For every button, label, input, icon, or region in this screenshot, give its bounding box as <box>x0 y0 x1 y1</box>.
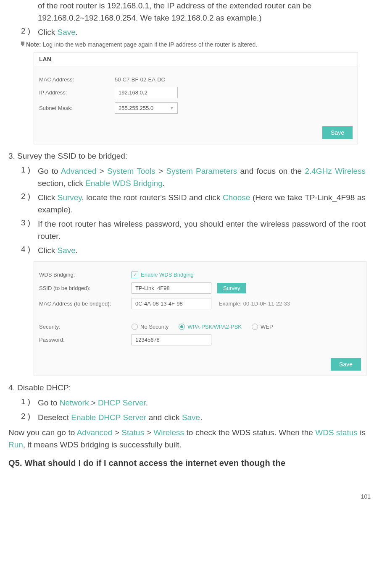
advanced-link: Advanced <box>77 428 113 437</box>
mac-bridged-input[interactable]: 0C-4A-08-13-4F-98 <box>132 298 211 309</box>
sec4-step2: 2 ) Deselect Enable DHCP Server and clic… <box>21 412 366 424</box>
sec3-step2: 2 ) Click Survey, locate the root router… <box>21 192 366 216</box>
text: > <box>112 428 121 437</box>
security-row: Security: No Security WPA-PSK/WPA2-PSK W… <box>39 324 361 330</box>
step-body: Click Save. <box>38 26 366 39</box>
radio-dot-icon <box>180 325 183 328</box>
text: to check the WDS status. When the <box>184 428 315 437</box>
radio-wpa[interactable]: WPA-PSK/WPA2-PSK <box>179 324 242 330</box>
run-link: Run <box>8 440 23 449</box>
radio-label: WPA-PSK/WPA2-PSK <box>187 324 242 330</box>
password-row: Password: 12345678 <box>39 334 361 345</box>
ip-row: IP Address: 192.168.0.2 <box>39 87 353 98</box>
survey-button[interactable]: Survey <box>217 283 246 293</box>
step-number: 2 ) <box>21 412 38 424</box>
panel-title: LAN <box>34 52 358 66</box>
text: Now you can go to <box>8 428 77 437</box>
step-number: 1 ) <box>21 397 38 409</box>
ssid-label: SSID (to be bridged): <box>39 285 132 291</box>
text: , locate the root router's SSID and clic… <box>82 193 222 202</box>
step-number: 2 ) <box>21 26 38 39</box>
subnet-row: Subnet Mask: 255.255.255.0 ▼ <box>39 102 353 114</box>
radio-no-security[interactable]: No Security <box>132 324 169 330</box>
text: . <box>163 179 165 188</box>
enable-wds-link: Enable WDS Bridging <box>85 179 163 188</box>
mac-bridged-label: MAC Address (to be bridged): <box>39 301 132 307</box>
step-body: Click Survey, locate the root router's S… <box>38 192 366 216</box>
text: and focus on the <box>237 167 305 175</box>
chevron-down-icon: ▼ <box>170 106 174 110</box>
enable-wds-label: Enable WDS Bridging <box>141 272 194 278</box>
q5-heading: Q5. What should I do if I cannot access … <box>8 458 366 468</box>
wds-panel: WDS Bridging: ✓ Enable WDS Bridging SSID… <box>34 261 366 376</box>
note: Note: Log into the web management page a… <box>21 41 366 48</box>
text: . <box>76 246 78 255</box>
text: > <box>155 167 166 175</box>
advanced-link: Advanced <box>61 167 97 175</box>
text: and click <box>146 413 182 422</box>
text: Deselect <box>38 413 71 422</box>
system-parameters-link: System Parameters <box>166 167 237 175</box>
section-4-heading: 4. Disable DHCP: <box>8 382 366 394</box>
text: Go to <box>38 167 61 175</box>
network-link: Network <box>60 398 89 407</box>
security-radio-group: No Security WPA-PSK/WPA2-PSK WEP <box>132 324 273 330</box>
save-button[interactable]: Save <box>331 358 361 371</box>
step-number: 4 ) <box>21 245 38 257</box>
sec3-step4: 4 ) Click Save. <box>21 245 366 257</box>
mac-example: Example: 00-1D-0F-11-22-33 <box>219 301 290 307</box>
radio-label: No Security <box>140 324 169 330</box>
step-body: Go to Network > DHCP Server. <box>38 397 366 409</box>
security-label: Security: <box>39 324 132 330</box>
step-body: Go to Advanced > System Tools > System P… <box>38 165 366 189</box>
subnet-value: 255.255.255.0 <box>119 105 153 111</box>
save-button[interactable]: Save <box>322 126 353 139</box>
save-link: Save <box>57 246 75 255</box>
text: > <box>96 167 107 175</box>
radio-label: WEP <box>261 324 273 330</box>
radio-icon <box>132 324 138 330</box>
enable-wds-checkbox[interactable]: ✓ Enable WDS Bridging <box>132 272 194 278</box>
ssid-input[interactable]: TP-Link_4F98 <box>132 282 211 294</box>
ip-label: IP Address: <box>39 89 115 96</box>
wds-status-link: WDS status <box>315 428 358 437</box>
page-number: 101 <box>0 476 374 503</box>
wds-label: WDS Bridging: <box>39 272 132 278</box>
step-number: 2 ) <box>21 192 38 216</box>
text: section, click <box>38 179 85 188</box>
radio-wep[interactable]: WEP <box>252 324 273 330</box>
text: > <box>144 428 153 437</box>
save-link: Save <box>57 28 75 37</box>
enable-dhcp-link: Enable DHCP Server <box>71 413 146 422</box>
radio-icon <box>179 324 185 330</box>
subnet-select[interactable]: 255.255.255.0 ▼ <box>115 102 178 114</box>
sec3-step3: 3 ) If the root router has wireless pass… <box>21 218 366 242</box>
mac-row: MAC Address: 50-C7-BF-02-EA-DC <box>39 76 353 83</box>
radio-icon <box>252 324 258 330</box>
sec4-step1: 1 ) Go to Network > DHCP Server. <box>21 397 366 409</box>
text: Click <box>38 246 57 255</box>
ssid-row: SSID (to be bridged): TP-Link_4F98 Surve… <box>39 282 361 294</box>
checkbox-icon: ✓ <box>132 272 138 278</box>
step-body: Deselect Enable DHCP Server and click Sa… <box>38 412 366 424</box>
text: . <box>76 28 78 37</box>
wireless-link: 2.4GHz Wireless <box>305 167 366 175</box>
text: > <box>89 398 98 407</box>
mac-bridged-row: MAC Address (to be bridged): 0C-4A-08-13… <box>39 298 361 309</box>
note-text: Log into the web management page again i… <box>43 41 257 48</box>
status-link: Status <box>121 428 144 437</box>
intro-continuation: of the root router is 192.168.0.1, the I… <box>38 0 366 24</box>
system-tools-link: System Tools <box>107 167 155 175</box>
mac-label: MAC Address: <box>39 76 115 83</box>
note-flag-icon <box>21 42 24 47</box>
sec3-step1: 1 ) Go to Advanced > System Tools > Syst… <box>21 165 366 189</box>
closing-paragraph: Now you can go to Advanced > Status > Wi… <box>8 427 366 451</box>
text: Click <box>38 193 58 202</box>
password-input[interactable]: 12345678 <box>132 334 211 345</box>
subnet-label: Subnet Mask: <box>39 105 115 111</box>
text: Click <box>38 28 57 37</box>
survey-link: Survey <box>58 193 82 202</box>
step-number: 1 ) <box>21 165 38 189</box>
ip-input[interactable]: 192.168.0.2 <box>115 87 178 98</box>
text: is <box>358 428 366 437</box>
